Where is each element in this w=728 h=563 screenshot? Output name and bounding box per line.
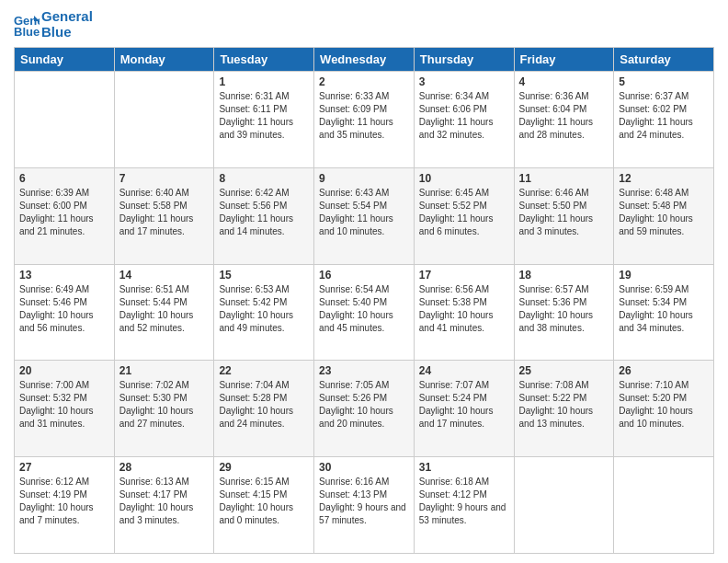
day-info: Sunrise: 6:56 AM Sunset: 5:38 PM Dayligh… <box>419 283 509 335</box>
calendar-cell: 17Sunrise: 6:56 AM Sunset: 5:38 PM Dayli… <box>414 264 514 361</box>
calendar-week-4: 27Sunrise: 6:12 AM Sunset: 4:19 PM Dayli… <box>15 457 714 554</box>
day-number: 28 <box>119 461 210 474</box>
day-number: 8 <box>219 172 309 185</box>
day-info: Sunrise: 7:02 AM Sunset: 5:30 PM Dayligh… <box>119 379 210 431</box>
day-info: Sunrise: 6:45 AM Sunset: 5:52 PM Dayligh… <box>419 187 509 238</box>
day-info: Sunrise: 6:48 AM Sunset: 5:48 PM Dayligh… <box>619 187 709 238</box>
day-number: 30 <box>319 461 409 474</box>
calendar-cell: 4Sunrise: 6:36 AM Sunset: 6:04 PM Daylig… <box>514 72 614 168</box>
day-number: 1 <box>219 75 309 88</box>
calendar-cell: 31Sunrise: 6:18 AM Sunset: 4:12 PM Dayli… <box>414 457 514 554</box>
calendar-cell: 5Sunrise: 6:37 AM Sunset: 6:02 PM Daylig… <box>614 72 714 168</box>
calendar-cell: 24Sunrise: 7:07 AM Sunset: 5:24 PM Dayli… <box>414 361 514 457</box>
day-info: Sunrise: 6:31 AM Sunset: 6:11 PM Dayligh… <box>219 90 309 142</box>
day-number: 22 <box>219 364 309 377</box>
logo-icon: General Blue <box>14 12 40 38</box>
calendar-cell: 1Sunrise: 6:31 AM Sunset: 6:11 PM Daylig… <box>214 72 314 168</box>
day-info: Sunrise: 7:10 AM Sunset: 5:20 PM Dayligh… <box>619 379 709 431</box>
calendar-cell: 26Sunrise: 7:10 AM Sunset: 5:20 PM Dayli… <box>614 361 714 457</box>
day-info: Sunrise: 6:13 AM Sunset: 4:17 PM Dayligh… <box>119 476 210 527</box>
calendar-cell: 29Sunrise: 6:15 AM Sunset: 4:15 PM Dayli… <box>214 457 314 554</box>
logo: General Blue General Blue <box>14 9 93 40</box>
calendar-week-3: 20Sunrise: 7:00 AM Sunset: 5:32 PM Dayli… <box>15 361 714 457</box>
day-info: Sunrise: 6:51 AM Sunset: 5:44 PM Dayligh… <box>119 283 210 335</box>
col-header-saturday: Saturday <box>614 48 714 72</box>
calendar-cell: 6Sunrise: 6:39 AM Sunset: 6:00 PM Daylig… <box>15 167 115 264</box>
day-info: Sunrise: 6:15 AM Sunset: 4:15 PM Dayligh… <box>219 476 309 527</box>
calendar-week-0: 1Sunrise: 6:31 AM Sunset: 6:11 PM Daylig… <box>15 72 714 168</box>
day-number: 12 <box>619 172 709 185</box>
day-info: Sunrise: 6:53 AM Sunset: 5:42 PM Dayligh… <box>219 283 309 335</box>
calendar-cell: 9Sunrise: 6:43 AM Sunset: 5:54 PM Daylig… <box>314 167 415 264</box>
day-number: 31 <box>419 461 509 474</box>
day-info: Sunrise: 6:59 AM Sunset: 5:34 PM Dayligh… <box>619 283 709 335</box>
day-info: Sunrise: 7:07 AM Sunset: 5:24 PM Dayligh… <box>419 379 509 431</box>
day-info: Sunrise: 6:57 AM Sunset: 5:36 PM Dayligh… <box>519 283 609 335</box>
calendar-table: SundayMondayTuesdayWednesdayThursdayFrid… <box>14 47 714 554</box>
calendar-week-1: 6Sunrise: 6:39 AM Sunset: 6:00 PM Daylig… <box>15 167 714 264</box>
day-number: 26 <box>619 364 709 377</box>
calendar-cell: 15Sunrise: 6:53 AM Sunset: 5:42 PM Dayli… <box>214 264 314 361</box>
day-number: 15 <box>219 269 309 282</box>
day-number: 14 <box>119 269 210 282</box>
day-number: 10 <box>419 172 509 185</box>
calendar-cell: 14Sunrise: 6:51 AM Sunset: 5:44 PM Dayli… <box>114 264 214 361</box>
day-info: Sunrise: 6:33 AM Sunset: 6:09 PM Dayligh… <box>319 90 409 142</box>
col-header-tuesday: Tuesday <box>214 48 314 72</box>
day-number: 4 <box>519 75 609 88</box>
day-info: Sunrise: 6:39 AM Sunset: 6:00 PM Dayligh… <box>19 187 109 238</box>
day-number: 13 <box>19 269 109 282</box>
calendar-cell: 21Sunrise: 7:02 AM Sunset: 5:30 PM Dayli… <box>114 361 214 457</box>
svg-text:Blue: Blue <box>14 25 40 38</box>
day-number: 16 <box>319 269 409 282</box>
day-number: 2 <box>319 75 409 88</box>
day-info: Sunrise: 6:43 AM Sunset: 5:54 PM Dayligh… <box>319 187 409 238</box>
calendar-cell: 23Sunrise: 7:05 AM Sunset: 5:26 PM Dayli… <box>314 361 415 457</box>
header: General Blue General Blue <box>14 9 714 40</box>
calendar-cell: 19Sunrise: 6:59 AM Sunset: 5:34 PM Dayli… <box>614 264 714 361</box>
col-header-wednesday: Wednesday <box>314 48 415 72</box>
col-header-thursday: Thursday <box>414 48 514 72</box>
day-number: 9 <box>319 172 409 185</box>
day-number: 23 <box>319 364 409 377</box>
calendar-cell: 13Sunrise: 6:49 AM Sunset: 5:46 PM Dayli… <box>15 264 115 361</box>
day-number: 29 <box>219 461 309 474</box>
day-info: Sunrise: 6:46 AM Sunset: 5:50 PM Dayligh… <box>519 187 609 238</box>
calendar-cell: 16Sunrise: 6:54 AM Sunset: 5:40 PM Dayli… <box>314 264 415 361</box>
col-header-sunday: Sunday <box>15 48 115 72</box>
calendar-cell: 22Sunrise: 7:04 AM Sunset: 5:28 PM Dayli… <box>214 361 314 457</box>
day-number: 25 <box>519 364 609 377</box>
calendar-cell: 12Sunrise: 6:48 AM Sunset: 5:48 PM Dayli… <box>614 167 714 264</box>
calendar-cell: 11Sunrise: 6:46 AM Sunset: 5:50 PM Dayli… <box>514 167 614 264</box>
day-number: 6 <box>19 172 109 185</box>
day-number: 17 <box>419 269 509 282</box>
calendar-cell <box>514 457 614 554</box>
calendar-cell: 18Sunrise: 6:57 AM Sunset: 5:36 PM Dayli… <box>514 264 614 361</box>
calendar-cell: 10Sunrise: 6:45 AM Sunset: 5:52 PM Dayli… <box>414 167 514 264</box>
day-info: Sunrise: 6:34 AM Sunset: 6:06 PM Dayligh… <box>419 90 509 142</box>
day-info: Sunrise: 6:36 AM Sunset: 6:04 PM Dayligh… <box>519 90 609 142</box>
calendar-cell: 2Sunrise: 6:33 AM Sunset: 6:09 PM Daylig… <box>314 72 415 168</box>
day-info: Sunrise: 6:18 AM Sunset: 4:12 PM Dayligh… <box>419 476 509 527</box>
calendar-cell: 25Sunrise: 7:08 AM Sunset: 5:22 PM Dayli… <box>514 361 614 457</box>
day-number: 18 <box>519 269 609 282</box>
day-info: Sunrise: 6:37 AM Sunset: 6:02 PM Dayligh… <box>619 90 709 142</box>
day-number: 20 <box>19 364 109 377</box>
page: General Blue General Blue SundayMondayTu… <box>0 0 728 563</box>
day-info: Sunrise: 6:54 AM Sunset: 5:40 PM Dayligh… <box>319 283 409 335</box>
col-header-monday: Monday <box>114 48 214 72</box>
calendar-header-row: SundayMondayTuesdayWednesdayThursdayFrid… <box>15 48 714 72</box>
day-info: Sunrise: 6:42 AM Sunset: 5:56 PM Dayligh… <box>219 187 309 238</box>
col-header-friday: Friday <box>514 48 614 72</box>
calendar-cell: 3Sunrise: 6:34 AM Sunset: 6:06 PM Daylig… <box>414 72 514 168</box>
day-number: 11 <box>519 172 609 185</box>
calendar-cell <box>15 72 115 168</box>
day-info: Sunrise: 7:00 AM Sunset: 5:32 PM Dayligh… <box>19 379 109 431</box>
day-info: Sunrise: 7:05 AM Sunset: 5:26 PM Dayligh… <box>319 379 409 431</box>
calendar-cell: 30Sunrise: 6:16 AM Sunset: 4:13 PM Dayli… <box>314 457 415 554</box>
day-info: Sunrise: 7:04 AM Sunset: 5:28 PM Dayligh… <box>219 379 309 431</box>
day-number: 3 <box>419 75 509 88</box>
day-number: 19 <box>619 269 709 282</box>
calendar-cell <box>114 72 214 168</box>
calendar-cell: 7Sunrise: 6:40 AM Sunset: 5:58 PM Daylig… <box>114 167 214 264</box>
